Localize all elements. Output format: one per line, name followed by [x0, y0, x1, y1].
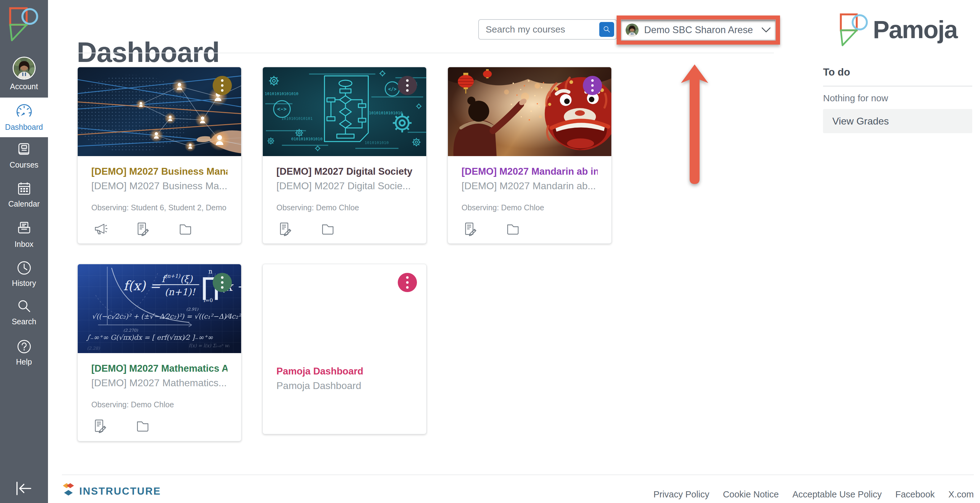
observing-text: Observing: Demo Chloe: [461, 203, 598, 212]
pamoja-logo-icon[interactable]: [8, 7, 39, 42]
course-card-business-management[interactable]: [DEMO] M2027 Business Manag... [DEMO] M2…: [77, 67, 242, 244]
svg-text:f(x) =: f(x) =: [123, 278, 161, 293]
course-card-image: 10101010101010 1010101010101 01010101010…: [263, 67, 426, 156]
course-card-mandarin[interactable]: [DEMO] M2027 Mandarin ab initi... [DEMO]…: [448, 67, 612, 244]
courses-book-icon: [16, 141, 32, 158]
svg-text:(2.91): (2.91): [186, 307, 199, 311]
observing-text: Observing: Demo Chloe: [91, 400, 228, 409]
card-actions: [92, 418, 228, 433]
card-actions: [92, 222, 228, 236]
course-card-pamoja-dashboard[interactable]: Pamoja Dashboard Pamoja Dashboard: [262, 264, 426, 434]
card-menu-kebab[interactable]: [213, 273, 232, 292]
search-input[interactable]: [479, 24, 599, 35]
footer-link-xcom[interactable]: X.com: [948, 489, 974, 500]
sidebar-item-dashboard[interactable]: Dashboard: [0, 97, 48, 137]
card-menu-kebab[interactable]: [398, 273, 417, 292]
course-card-image: [448, 67, 611, 156]
annotation-arrow: [680, 64, 709, 188]
sidebar-item-label: Help: [16, 358, 32, 366]
svg-text:1010101010: 1010101010: [364, 140, 389, 145]
calendar-icon: [16, 180, 32, 197]
card-actions: [278, 222, 413, 236]
view-grades-button[interactable]: View Grades: [823, 109, 972, 133]
folder-icon[interactable]: [320, 222, 335, 236]
folder-icon[interactable]: [506, 222, 520, 236]
footer-link-cookie-notice[interactable]: Cookie Notice: [723, 489, 779, 500]
course-card-mathematics[interactable]: f(x) = f(n+1)(ξ) (n+1)! ∏ n i=0 (x − √((…: [77, 264, 242, 441]
svg-text:10101010101010: 10101010101010: [265, 91, 298, 96]
svg-text:10101010101010: 10101010101010: [369, 110, 403, 115]
course-card-title[interactable]: [DEMO] M2027 Mandarin ab initi...: [461, 165, 598, 178]
svg-text:f(x) = l(x) Σᵢ₌₀ⁿ wᵢ: f(x) = l(x) Σᵢ₌₀ⁿ wᵢ: [189, 343, 230, 348]
sidebar-item-label: Search: [12, 318, 36, 326]
footer-link-facebook[interactable]: Facebook: [895, 489, 934, 500]
sidebar-item-label: Account: [10, 82, 38, 91]
observing-text: Observing: Student 6, Student 2, Demo ..…: [91, 203, 228, 212]
collapse-sidebar-icon[interactable]: [14, 481, 33, 496]
course-card-title[interactable]: Pamoja Dashboard: [277, 365, 413, 378]
folder-icon[interactable]: [135, 418, 150, 433]
sidebar-item-help[interactable]: Help: [0, 338, 48, 366]
footer-link-acceptable-use[interactable]: Acceptable Use Policy: [792, 489, 882, 500]
assignment-icon[interactable]: [92, 418, 107, 433]
assignment-icon[interactable]: [463, 222, 477, 236]
dashboard-gauge-icon: [16, 104, 32, 120]
user-avatar: [13, 57, 36, 80]
assignment-icon[interactable]: [135, 222, 150, 236]
sidebar-item-calendar[interactable]: Calendar: [0, 180, 48, 208]
observed-student-name: Demo SBC Sharon Arese: [644, 24, 752, 36]
svg-text:√((−c₁⁄2c₂)² + (±√−Δ⁄2c₂)²) =: √((−c₁⁄2c₂)² + (±√−Δ⁄2c₂)²) = √((c₁²−Δ)⁄…: [92, 313, 241, 320]
help-icon: [16, 338, 32, 355]
pamoja-logo-icon: [840, 13, 868, 47]
course-card-image: [78, 67, 241, 156]
svg-text:(2.28): (2.28): [87, 346, 100, 351]
chevron-down-icon: [761, 27, 771, 34]
svg-text:<->: <->: [277, 106, 286, 112]
sidebar-item-label: Calendar: [8, 200, 40, 208]
card-menu-kebab[interactable]: [583, 76, 602, 95]
announcement-icon[interactable]: [92, 222, 107, 236]
sidebar-item-account[interactable]: Account: [0, 57, 48, 91]
course-card-subtitle: Pamoja Dashboard: [277, 379, 413, 393]
course-card-title[interactable]: [DEMO] M2027 Business Manag...: [91, 165, 228, 178]
svg-text:i=0: i=0: [204, 297, 213, 303]
course-card-subtitle: [DEMO] M2027 Mathematics...: [91, 377, 228, 390]
folder-icon[interactable]: [178, 222, 193, 236]
canvas-dashboard-page: Account Dashboard Courses Calendar Inbox…: [0, 0, 980, 503]
instructure-mark-icon: [62, 483, 75, 499]
instructure-logo[interactable]: INSTRUCTURE: [62, 483, 161, 499]
card-body: [DEMO] M2027 Digital Society S... [DEMO]…: [263, 156, 426, 236]
course-card-title[interactable]: [DEMO] M2027 Digital Society S...: [277, 165, 413, 178]
history-clock-icon: [16, 260, 32, 276]
search-button[interactable]: [599, 22, 614, 37]
card-menu-kebab[interactable]: [213, 76, 232, 95]
course-card-subtitle: [DEMO] M2027 Digital Socie...: [277, 180, 413, 193]
observed-student-dropdown[interactable]: Demo SBC Sharon Arese: [621, 19, 776, 41]
footer-link-privacy-policy[interactable]: Privacy Policy: [654, 489, 710, 500]
svg-text:</>: </>: [388, 86, 396, 92]
global-nav-sidebar: Account Dashboard Courses Calendar Inbox…: [0, 0, 48, 503]
course-card-digital-society[interactable]: 10101010101010 1010101010101 01010101010…: [262, 67, 426, 244]
annotation-highlight-box: Demo SBC Sharon Arese: [617, 16, 780, 45]
sidebar-item-inbox[interactable]: Inbox: [0, 220, 48, 249]
instructure-wordmark: INSTRUCTURE: [79, 485, 161, 497]
user-avatar: [625, 24, 639, 37]
card-actions: [463, 222, 598, 236]
course-card-title[interactable]: [DEMO] M2027 Mathematics An...: [91, 362, 228, 375]
sidebar-item-search[interactable]: Search: [0, 298, 48, 326]
search-icon: [602, 25, 611, 34]
sidebar-item-label: Inbox: [14, 240, 33, 249]
footer-links: Privacy Policy Cookie Notice Acceptable …: [654, 489, 974, 500]
search-icon: [16, 298, 32, 315]
sidebar-item-history[interactable]: History: [0, 260, 48, 288]
sidebar-item-label: History: [12, 279, 36, 288]
assignment-icon[interactable]: [278, 222, 293, 236]
sidebar-item-label: Dashboard: [5, 123, 43, 132]
footer-divider: [62, 474, 974, 475]
card-menu-kebab[interactable]: [398, 76, 417, 95]
course-search-box: [478, 19, 617, 40]
sidebar-item-courses[interactable]: Courses: [0, 141, 48, 169]
course-card-subtitle: [DEMO] M2027 Business Ma...: [91, 180, 228, 193]
todo-divider: [823, 86, 972, 86]
svg-text:0101010101010: 0101010101010: [291, 137, 323, 141]
